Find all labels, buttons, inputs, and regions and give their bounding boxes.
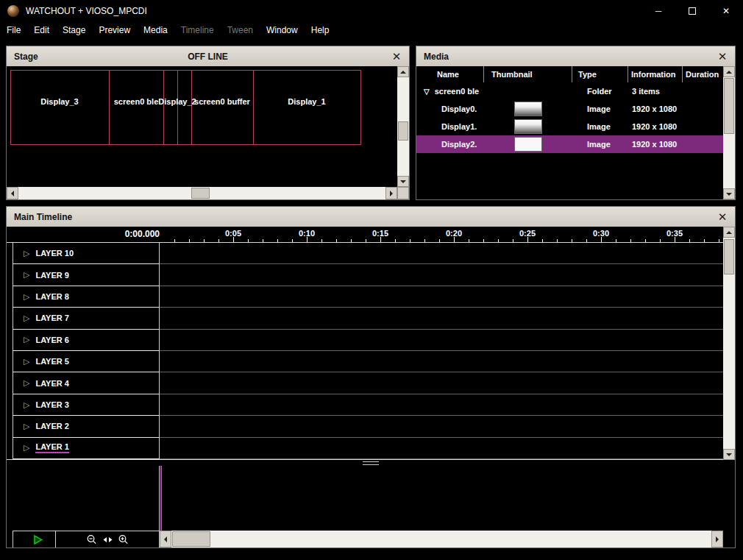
stage-horizontal-scrollbar[interactable] xyxy=(7,187,397,199)
media-column-header[interactable]: Thumbnail xyxy=(484,66,572,82)
layer-header[interactable]: ▷LAYER 4 xyxy=(13,372,160,394)
zoom-in-icon[interactable] xyxy=(118,534,129,545)
timeline-horizontal-scrollbar[interactable] xyxy=(160,531,723,547)
timeline-ruler[interactable]: 0:00.000 0:050:100:150:200:250:300:35 xyxy=(7,227,723,243)
menu-item-edit[interactable]: Edit xyxy=(27,23,56,38)
scroll-left-button[interactable] xyxy=(160,531,171,547)
layer-lane[interactable] xyxy=(160,330,723,351)
menu-item-media[interactable]: Media xyxy=(137,23,174,38)
layer-expand-icon[interactable]: ▷ xyxy=(24,313,29,323)
stage-display-label[interactable]: Display_3 xyxy=(40,97,78,106)
ruler-lane[interactable]: 0:050:100:150:200:250:300:35 xyxy=(160,227,723,242)
stage-display-label[interactable]: Display_1 xyxy=(288,97,325,106)
timeline-vertical-scrollbar[interactable] xyxy=(723,227,735,460)
scroll-track[interactable] xyxy=(723,77,735,188)
stage-canvas[interactable]: Display_3screen0 bleDisplay_2screen0 buf… xyxy=(7,66,397,187)
layer-expand-icon[interactable]: ▷ xyxy=(24,357,29,366)
scroll-track[interactable] xyxy=(397,77,409,176)
scroll-right-button[interactable] xyxy=(385,187,397,199)
layer-header[interactable]: ▷LAYER 10 xyxy=(13,243,160,264)
layer-lane[interactable] xyxy=(160,351,723,372)
stage-vertical-scrollbar[interactable] xyxy=(397,66,409,187)
layer-lane[interactable] xyxy=(160,394,723,416)
media-information: 1920 x 1080 xyxy=(628,100,683,118)
scroll-track[interactable] xyxy=(18,187,385,199)
scroll-down-button[interactable] xyxy=(397,176,409,187)
layer-lane[interactable] xyxy=(160,372,723,394)
layer-header[interactable]: ▷LAYER 6 xyxy=(13,330,160,351)
layer-lane[interactable] xyxy=(160,416,723,437)
media-titlebar[interactable]: Media ✕ xyxy=(416,46,735,66)
media-column-header[interactable]: Name xyxy=(416,66,484,82)
stage-display-label[interactable]: screen0 buffer xyxy=(194,97,250,106)
layer-header[interactable]: ▷LAYER 7 xyxy=(13,308,160,329)
layer-lane[interactable] xyxy=(160,308,723,329)
scroll-track[interactable] xyxy=(723,238,735,449)
scroll-right-button[interactable] xyxy=(711,531,723,547)
media-close-button[interactable]: ✕ xyxy=(716,50,729,63)
resize-grip[interactable] xyxy=(397,187,409,199)
scroll-thumb[interactable] xyxy=(191,188,210,199)
layer-expand-icon[interactable]: ▷ xyxy=(24,443,29,453)
layer-lane[interactable] xyxy=(160,286,723,308)
scroll-track[interactable] xyxy=(171,531,711,547)
scroll-thumb[interactable] xyxy=(172,531,210,547)
zoom-fit-icon[interactable] xyxy=(103,534,113,545)
layer-expand-icon[interactable]: ▷ xyxy=(24,270,29,280)
scroll-left-button[interactable] xyxy=(7,187,18,199)
media-column-header[interactable]: Information xyxy=(628,66,683,82)
timeline-splitter[interactable] xyxy=(7,460,735,466)
layer-expand-icon[interactable]: ▷ xyxy=(24,422,29,431)
layer-expand-icon[interactable]: ▷ xyxy=(24,292,29,302)
maximize-button[interactable] xyxy=(675,0,709,22)
layer-header[interactable]: ▷LAYER 2 xyxy=(13,416,160,437)
media-row[interactable]: Display2.Image1920 x 1080 xyxy=(416,135,723,153)
layer-header[interactable]: ▷LAYER 8 xyxy=(13,286,160,308)
close-button[interactable]: ✕ xyxy=(709,0,743,22)
folder-open-icon[interactable]: ▽ xyxy=(424,88,430,96)
layer-expand-icon[interactable]: ▷ xyxy=(24,249,29,258)
layer-header[interactable]: ▷LAYER 3 xyxy=(13,394,160,416)
media-row[interactable]: Display1.Image1920 x 1080 xyxy=(416,118,723,135)
scroll-down-button[interactable] xyxy=(723,188,735,199)
media-row[interactable]: Display0.Image1920 x 1080 xyxy=(416,100,723,118)
scroll-up-button[interactable] xyxy=(397,66,409,77)
scroll-thumb[interactable] xyxy=(724,78,734,134)
layer-header[interactable]: ▷LAYER 1 xyxy=(13,438,160,459)
timeline-close-button[interactable]: ✕ xyxy=(716,210,729,224)
play-button[interactable] xyxy=(32,534,43,545)
zoom-out-icon[interactable] xyxy=(86,534,98,545)
menu-item-file[interactable]: File xyxy=(0,23,27,38)
stage-display-divider xyxy=(163,70,164,145)
layer-lane[interactable] xyxy=(160,243,723,264)
stage-titlebar[interactable]: Stage OFF LINE ✕ xyxy=(7,46,409,66)
layer-lane[interactable] xyxy=(160,438,723,459)
layer-lane[interactable] xyxy=(160,264,723,286)
timeline-titlebar[interactable]: Main Timeline ✕ xyxy=(7,207,735,227)
scroll-thumb[interactable] xyxy=(724,239,734,274)
scroll-down-button[interactable] xyxy=(723,449,735,460)
stage-display-label[interactable]: screen0 ble xyxy=(114,97,159,106)
media-column-header[interactable]: Type xyxy=(572,66,628,82)
media-column-header[interactable]: Duration xyxy=(683,66,725,82)
menu-item-window[interactable]: Window xyxy=(260,23,305,38)
stage-display-label[interactable]: Display_2 xyxy=(158,97,196,106)
minimize-button[interactable]: ─ xyxy=(641,0,675,22)
media-row[interactable]: ▽screen0 bleFolder3 items xyxy=(416,82,723,100)
scroll-up-button[interactable] xyxy=(723,227,735,238)
layer-expand-icon[interactable]: ▷ xyxy=(24,335,29,344)
layer-header[interactable]: ▷LAYER 5 xyxy=(13,351,160,372)
layer-expand-icon[interactable]: ▷ xyxy=(24,378,29,388)
aux-lane[interactable] xyxy=(160,466,723,531)
layer-header[interactable]: ▷LAYER 9 xyxy=(13,264,160,286)
menu-item-stage[interactable]: Stage xyxy=(56,23,92,38)
playhead[interactable] xyxy=(160,466,162,531)
menu-item-help[interactable]: Help xyxy=(305,23,336,38)
ruler-tick xyxy=(424,239,425,242)
media-vertical-scrollbar[interactable] xyxy=(723,66,735,199)
stage-close-button[interactable]: ✕ xyxy=(390,50,403,63)
layer-expand-icon[interactable]: ▷ xyxy=(24,400,29,410)
scroll-up-button[interactable] xyxy=(723,66,735,77)
menu-item-preview[interactable]: Preview xyxy=(92,23,137,38)
scroll-thumb[interactable] xyxy=(398,121,408,141)
